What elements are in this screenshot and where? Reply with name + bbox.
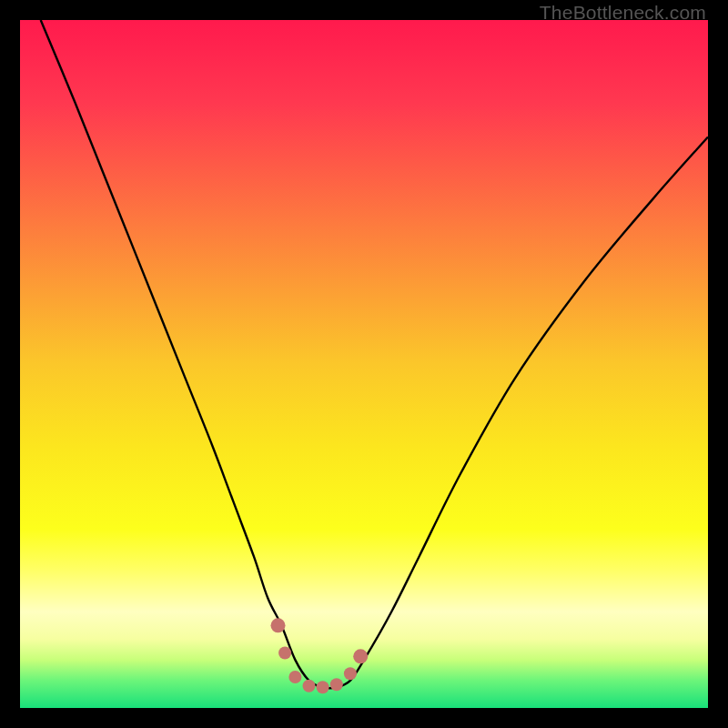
valley-dot xyxy=(317,681,329,693)
plot-area xyxy=(20,20,708,708)
watermark-text: TheBottleneck.com xyxy=(540,2,706,24)
valley-dot xyxy=(278,647,291,660)
chart-svg xyxy=(20,20,708,708)
valley-markers xyxy=(271,618,369,693)
valley-dot xyxy=(344,667,357,680)
valley-dot xyxy=(303,680,316,693)
valley-dot xyxy=(288,671,301,683)
outer-frame: TheBottleneck.com xyxy=(0,0,728,728)
valley-dot xyxy=(330,678,343,691)
valley-dot xyxy=(271,618,286,632)
valley-dot xyxy=(353,649,368,663)
bottleneck-curve xyxy=(41,20,708,688)
